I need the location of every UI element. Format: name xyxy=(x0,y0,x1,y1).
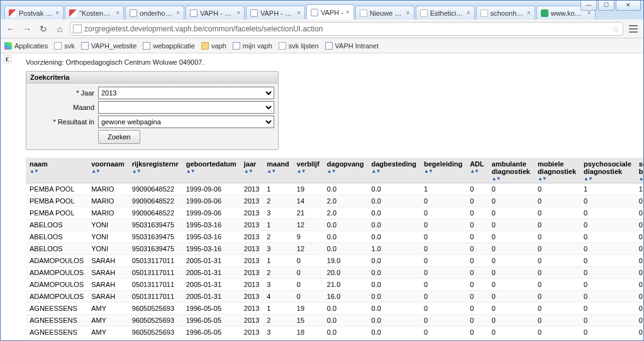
bookmark-item[interactable]: VAPH Intranet xyxy=(325,42,379,50)
table-cell: 0 xyxy=(635,303,643,315)
bookmark-item[interactable]: webapplicatie xyxy=(143,42,195,50)
tab-close-icon[interactable]: × xyxy=(55,9,59,16)
table-cell: SARAH xyxy=(87,279,128,291)
column-header[interactable]: ambulante diagnostiek▲▼ xyxy=(488,158,534,183)
window-maximize-button[interactable]: ☐ xyxy=(598,1,614,11)
jaar-select[interactable]: 2013 xyxy=(98,87,274,99)
tab-close-icon[interactable]: × xyxy=(236,9,240,16)
sort-arrows-icon[interactable]: ▲▼ xyxy=(424,169,462,174)
bookmark-item[interactable]: VAPH_website xyxy=(81,42,137,50)
sort-arrows-icon[interactable]: ▲▼ xyxy=(327,169,364,174)
table-cell: 0 xyxy=(488,195,534,207)
nav-forward-button[interactable]: → xyxy=(21,23,33,35)
column-header[interactable]: dagopvang▲▼ xyxy=(323,158,368,183)
window-minimize-button[interactable]: — xyxy=(580,1,597,11)
table-cell: 0 xyxy=(488,219,534,231)
column-header[interactable]: voornaam▲▼ xyxy=(87,158,128,183)
sort-arrows-icon[interactable]: ▲▼ xyxy=(30,169,84,174)
bookmark-item[interactable]: Applicaties xyxy=(4,42,48,50)
table-cell: 0 xyxy=(488,279,534,291)
sort-arrows-icon[interactable]: ▲▼ xyxy=(297,169,319,174)
sort-arrows-icon[interactable]: ▲▼ xyxy=(186,169,236,174)
bookmark-icon xyxy=(143,42,150,50)
tab-title: Postvak IN ( xyxy=(19,9,53,17)
bookmark-star-icon[interactable]: ☆ xyxy=(612,24,620,34)
table-cell: 0 xyxy=(488,315,534,327)
bookmark-item[interactable]: svk xyxy=(54,42,75,50)
nav-back-button[interactable]: ← xyxy=(4,23,17,35)
table-cell: 0 xyxy=(580,207,635,219)
browser-tab[interactable]: VAPH - Wijz× xyxy=(246,6,305,19)
nav-home-button[interactable]: ⌂ xyxy=(53,23,66,35)
table-cell: 0 xyxy=(466,231,488,243)
tab-close-icon[interactable]: × xyxy=(297,9,301,16)
nav-reload-button[interactable]: ↻ xyxy=(37,23,50,35)
bookmark-item[interactable]: vaph xyxy=(201,42,226,50)
browser-tab[interactable]: Estheticienn× xyxy=(416,6,475,19)
column-header[interactable]: naam▲▼ xyxy=(26,158,87,183)
window-close-button[interactable]: ✕ xyxy=(616,1,641,11)
column-header[interactable]: som begeleidingen▲▼ xyxy=(635,158,643,183)
column-header[interactable]: mobiele diagnostiek▲▼ xyxy=(534,158,580,183)
sort-arrows-icon[interactable]: ▲▼ xyxy=(132,169,179,174)
table-cell: 19 xyxy=(293,303,323,315)
tab-close-icon[interactable]: × xyxy=(467,9,470,16)
browser-tab[interactable]: Postvak IN (× xyxy=(4,6,64,19)
tab-close-icon[interactable]: × xyxy=(406,9,410,16)
browser-tab[interactable]: VAPH -× xyxy=(306,4,354,19)
table-cell: 0 xyxy=(534,195,580,207)
resultaat-select[interactable]: gewone webpagina xyxy=(98,116,274,128)
table-cell: 0 xyxy=(488,183,534,195)
table-cell: 0 xyxy=(466,195,488,207)
zoeken-button[interactable]: Zoeken xyxy=(98,130,140,144)
sort-arrows-icon[interactable]: ▲▼ xyxy=(372,169,417,174)
browser-tab[interactable]: onderhouds× xyxy=(125,6,184,19)
table-cell: 2013 xyxy=(240,207,263,219)
bookmark-item[interactable]: svk lijsten xyxy=(279,42,319,50)
browser-tab[interactable]: schoonheids× xyxy=(476,6,535,19)
address-input[interactable] xyxy=(84,24,609,33)
table-cell: ABELOOS xyxy=(26,243,87,255)
table-cell: 0.0 xyxy=(323,231,368,243)
results-table: naam▲▼voornaam▲▼rijksregisternr▲▼geboort… xyxy=(26,158,643,338)
bookmark-item[interactable]: mijn vaph xyxy=(233,42,272,50)
table-cell: 05013117011 xyxy=(128,279,182,291)
sort-arrows-icon[interactable]: ▲▼ xyxy=(584,176,631,181)
column-header[interactable]: verblijf▲▼ xyxy=(293,158,323,183)
maand-select[interactable] xyxy=(98,101,274,114)
sort-arrows-icon[interactable]: ▲▼ xyxy=(244,169,259,174)
table-row: AGNEESSENSAMY960505256931996-05-05201331… xyxy=(26,327,643,338)
browser-tab[interactable]: VAPH - Hand× xyxy=(186,6,245,19)
sort-arrows-icon[interactable]: ▲▼ xyxy=(492,176,530,181)
sort-arrows-icon[interactable]: ▲▼ xyxy=(538,176,576,181)
tab-close-icon[interactable]: × xyxy=(346,9,350,16)
column-header[interactable]: psychosociale diagnostiek▲▼ xyxy=(580,158,635,183)
table-cell: YONI xyxy=(87,219,128,231)
column-header[interactable]: begeleiding▲▼ xyxy=(420,158,466,183)
maand-label: Maand xyxy=(30,104,98,111)
table-cell: 2013 xyxy=(240,315,263,327)
browser-tab[interactable]: "Kostenstat× xyxy=(65,6,124,19)
column-header[interactable]: ADL▲▼ xyxy=(466,158,488,183)
column-header[interactable]: rijksregisternr▲▼ xyxy=(128,158,182,183)
column-header[interactable]: dagbesteding▲▼ xyxy=(368,158,421,183)
address-bar[interactable]: ☆ xyxy=(70,22,623,36)
browser-tab[interactable]: Nieuwe 1 € t× xyxy=(355,6,414,19)
tab-close-icon[interactable]: × xyxy=(527,9,531,16)
column-header[interactable]: jaar▲▼ xyxy=(240,158,263,183)
tab-close-icon[interactable]: × xyxy=(176,9,180,16)
table-cell: 0.0 xyxy=(368,327,421,338)
table-cell: 2005-01-31 xyxy=(182,267,240,279)
column-header[interactable]: geboortedatum▲▼ xyxy=(182,158,240,183)
sort-arrows-icon[interactable]: ▲▼ xyxy=(470,169,484,174)
sort-arrows-icon[interactable]: ▲▼ xyxy=(91,169,125,174)
sort-arrows-icon[interactable]: ▲▼ xyxy=(639,176,643,181)
table-cell: 96050525693 xyxy=(128,303,182,315)
tab-close-icon[interactable]: × xyxy=(116,9,119,16)
bookmark-label: svk xyxy=(64,42,75,50)
table-cell: 1996-05-05 xyxy=(182,303,240,315)
chrome-menu-button[interactable] xyxy=(627,25,640,33)
column-header[interactable]: maand▲▼ xyxy=(263,158,292,183)
table-cell: 0 xyxy=(534,255,580,267)
sort-arrows-icon[interactable]: ▲▼ xyxy=(267,169,289,174)
